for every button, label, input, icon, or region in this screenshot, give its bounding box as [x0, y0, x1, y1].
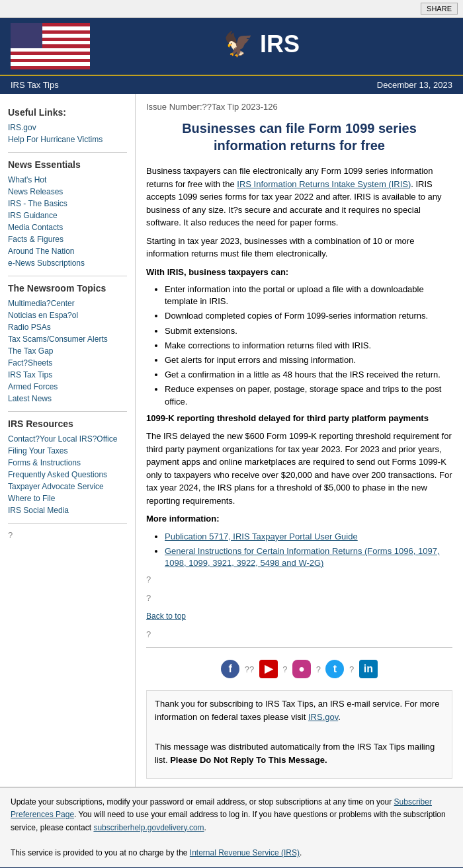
sidebar-item-fact-sheets[interactable]: Fact?Sheets — [8, 357, 127, 369]
list-item: General Instructions for Certain Informa… — [165, 545, 452, 569]
divider-2 — [8, 276, 127, 276]
question-2: ? — [146, 592, 452, 605]
thank-you-p2: This message was distributed automatical… — [155, 740, 444, 766]
sidebar-item-irsgov[interactable]: IRS.gov — [8, 122, 127, 134]
svg-text:🦅 IRS: 🦅 IRS — [224, 30, 300, 58]
sidebar-item-taxpayer-advocate[interactable]: Taxpayer Advocate Service — [8, 481, 127, 493]
sidebar-item-multimedia[interactable]: Multimedia?Center — [8, 297, 127, 309]
sidebar-item-radio-psas[interactable]: Radio PSAs — [8, 321, 127, 333]
threshold-heading: 1099-K reporting threshold delayed for t… — [146, 412, 452, 425]
sidebar-item-hurricane[interactable]: Help For Hurricane Victims — [8, 134, 127, 145]
back-to-top: Back to top — [146, 610, 452, 623]
question-1: ? — [146, 573, 452, 586]
more-info-list: Publication 5717, IRIS Taxpayer Portal U… — [165, 531, 452, 570]
sidebar-question: ? — [8, 530, 13, 540]
list-item: Enter information into the portal or upl… — [165, 284, 452, 307]
sidebar-item-irs-guidance[interactable]: IRS Guidance — [8, 210, 127, 221]
sidebar-item-social-media[interactable]: IRS Social Media — [8, 504, 127, 516]
issue-number: Issue Number:??Tax Tip 2023-126 — [146, 102, 452, 112]
page-title: IRS Tax Tips — [11, 80, 59, 90]
sidebar-item-media-contacts[interactable]: Media Contacts — [8, 221, 127, 233]
list-item: Reduce expenses on paper, postage, stora… — [165, 383, 452, 407]
newsroom-title: The Newsroom Topics — [8, 283, 127, 294]
social-q1: ?? — [245, 664, 254, 674]
useful-links-title: Useful Links: — [8, 107, 127, 118]
list-item: Make corrections to information returns … — [165, 340, 452, 352]
youtube-icon[interactable]: ▶ — [259, 660, 278, 678]
pub-5717-link[interactable]: Publication 5717, IRIS Taxpayer Portal U… — [165, 532, 358, 541]
sidebar-item-faq[interactable]: Frequently Asked Questions — [8, 469, 127, 481]
iris-bullets-list: Enter information into the portal or upl… — [165, 284, 452, 408]
subscribe-footer: Update your subscriptions, modify your p… — [0, 787, 463, 867]
sidebar-item-where-to-file[interactable]: Where to File — [8, 493, 127, 504]
back-to-top-link[interactable]: Back to top — [146, 612, 186, 621]
list-item: Get alerts for input errors and missing … — [165, 354, 452, 366]
social-bar: f ?? ▶ ? ● ? t ? in — [146, 654, 452, 684]
social-q2: ? — [282, 664, 287, 674]
threshold-paragraph: The IRS delayed the new $600 Form 1099-K… — [146, 430, 452, 507]
share-button[interactable]: SHARE — [421, 3, 458, 15]
irsgov-link[interactable]: IRS.gov — [308, 712, 338, 722]
sidebar-item-noticias[interactable]: Noticias en Espa?ol — [8, 309, 127, 321]
thank-you-box: Thank you for subscribing to IRS Tax Tip… — [146, 690, 452, 779]
govdelivery-help-link[interactable]: subscriberhelp.govdelivery.com — [93, 823, 204, 832]
sidebar-item-tax-scams[interactable]: Tax Scams/Consumer Alerts — [8, 333, 127, 345]
sidebar-item-irs-tax-tips[interactable]: IRS Tax Tips — [8, 369, 127, 381]
page-date: December 13, 2023 — [377, 80, 452, 90]
sidebar-item-tax-gap[interactable]: The Tax Gap — [8, 345, 127, 357]
body-paragraph-1: Business taxpayers can file electronical… — [146, 165, 452, 229]
thank-you-p1: Thank you for subscribing to IRS Tax Tip… — [155, 697, 444, 723]
sidebar-item-forms-instructions[interactable]: Forms & Instructions — [8, 457, 127, 469]
news-essentials-title: News Essentials — [8, 159, 127, 170]
article-title: Businesses can file Form 1099 series inf… — [146, 120, 452, 154]
question-3: ? — [146, 628, 452, 641]
divider-4 — [8, 523, 127, 524]
sidebar: Useful Links: IRS.gov Help For Hurricane… — [0, 94, 136, 787]
irs-logo: 🦅 IRS — [101, 24, 452, 69]
divider-content — [146, 647, 452, 648]
sidebar-item-irs-basics[interactable]: IRS - The Basics — [8, 198, 127, 210]
with-iris-heading: With IRIS, business taxpayers can: — [146, 266, 452, 279]
social-q3: ? — [316, 664, 321, 674]
irs-resources-title: IRS Resources — [8, 418, 127, 429]
twitter-icon[interactable]: t — [325, 660, 344, 678]
flag-image — [11, 23, 90, 69]
list-item: Get a confirmation in a little as 48 hou… — [165, 369, 452, 381]
irs-link[interactable]: Internal Revenue Service (IRS) — [190, 848, 300, 857]
sidebar-item-enews[interactable]: e-News Subscriptions — [8, 257, 127, 269]
article-content: Issue Number:??Tax Tip 2023-126 Business… — [136, 94, 463, 787]
sidebar-item-facts-figures[interactable]: Facts & Figures — [8, 233, 127, 245]
general-instructions-link[interactable]: General Instructions for Certain Informa… — [165, 546, 439, 568]
sidebar-item-around-nation[interactable]: Around The Nation — [8, 245, 127, 257]
sidebar-item-latest-news[interactable]: Latest News — [8, 393, 127, 405]
main-layout: Useful Links: IRS.gov Help For Hurricane… — [0, 94, 463, 787]
list-item: Submit extensions. — [165, 325, 452, 337]
list-item: Download completed copies of Form 1099-s… — [165, 310, 452, 322]
subscribe-p2: This service is provided to you at no ch… — [11, 847, 452, 859]
sidebar-item-filing-taxes[interactable]: Filing Your Taxes — [8, 445, 127, 457]
sidebar-item-armed-forces[interactable]: Armed Forces — [8, 381, 127, 393]
title-bar: IRS Tax Tips December 13, 2023 — [0, 75, 463, 94]
sidebar-item-whats-hot[interactable]: What's Hot — [8, 174, 127, 186]
divider-3 — [8, 411, 127, 412]
sidebar-item-contact-irs[interactable]: Contact?Your Local IRS?Office — [8, 433, 127, 445]
facebook-icon[interactable]: f — [221, 660, 239, 678]
social-q4: ? — [349, 664, 354, 674]
body-paragraph-2: Starting in tax year 2023, businesses wi… — [146, 235, 452, 260]
header: 🦅 IRS — [0, 18, 463, 75]
instagram-icon[interactable]: ● — [292, 660, 311, 678]
list-item: Publication 5717, IRIS Taxpayer Portal U… — [165, 531, 452, 543]
linkedin-icon[interactable]: in — [359, 660, 378, 678]
more-info-heading: More information: — [146, 512, 452, 526]
divider-1 — [8, 152, 127, 153]
sidebar-item-news-releases[interactable]: News Releases — [8, 186, 127, 198]
share-bar: SHARE — [0, 0, 463, 18]
iris-link[interactable]: IRS Information Returns Intake System (I… — [237, 179, 411, 189]
subscribe-p1: Update your subscriptions, modify your p… — [11, 796, 452, 834]
